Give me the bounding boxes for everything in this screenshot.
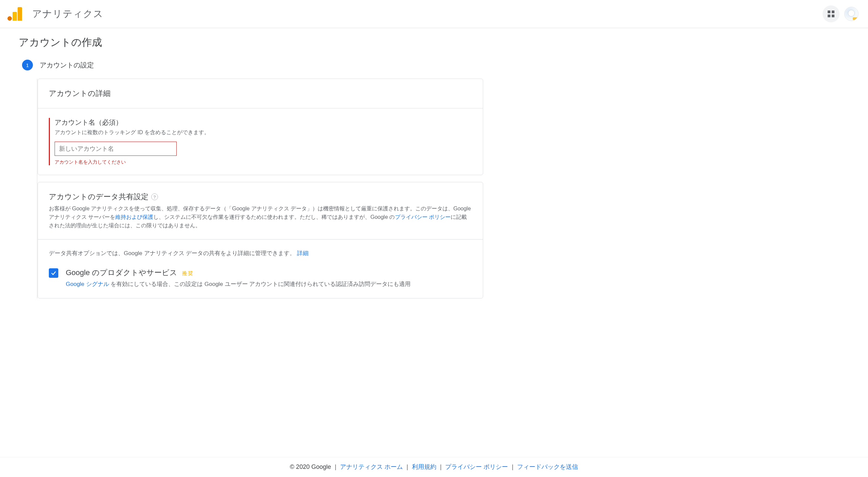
data-sharing-description: お客様が Google アナリティクスを使って収集、処理、保存するデータ（「Go… xyxy=(49,205,472,230)
step-number-badge: 1 xyxy=(22,60,33,70)
apps-menu-button[interactable] xyxy=(823,5,840,22)
google-products-title: Google のプロダクトやサービス xyxy=(66,268,177,278)
google-products-checkbox[interactable] xyxy=(49,268,58,278)
app-header: アナリティクス xyxy=(0,0,868,28)
account-name-hint: アカウントに複数のトラッキング ID を含めることができます。 xyxy=(55,129,472,136)
account-name-label: アカウント名（必須） xyxy=(55,118,472,127)
ds-option-intro-text: データ共有オプションでは、Google アナリティクス データの共有をより詳細に… xyxy=(49,250,295,256)
account-details-card: アカウントの詳細 アカウント名（必須） アカウントに複数のトラッキング ID を… xyxy=(38,79,483,175)
maintain-protect-link[interactable]: 維持および保護 xyxy=(115,214,153,220)
account-name-input[interactable] xyxy=(55,142,177,156)
account-name-error: アカウント名を入力してください xyxy=(55,159,472,165)
data-sharing-option-intro: データ共有オプションでは、Google アナリティクス データの共有をより詳細に… xyxy=(49,249,472,258)
main-content: アカウントの作成 1 アカウントの設定 アカウントの詳細 アカウント名（必須） … xyxy=(0,28,502,298)
user-avatar[interactable] xyxy=(844,7,859,21)
check-icon xyxy=(51,270,57,276)
logo-wrap: アナリティクス xyxy=(7,7,103,21)
step-header: 1 アカウントの設定 xyxy=(22,60,483,70)
details-link[interactable]: 詳細 xyxy=(297,250,309,256)
data-sharing-card: アカウントのデータ共有設定 ? お客様が Google アナリティクスを使って収… xyxy=(38,182,483,298)
google-signals-link[interactable]: Google シグナル xyxy=(66,281,109,287)
step-body: アカウントの詳細 アカウント名（必須） アカウントに複数のトラッキング ID を… xyxy=(37,79,483,298)
data-sharing-title: アカウントのデータ共有設定 xyxy=(49,192,149,202)
privacy-policy-link[interactable]: プライバシー ポリシー xyxy=(395,214,451,220)
ds-desc-text-2: し、システムに不可欠な作業を遂行するために使われます。ただし、稀ではありますが、… xyxy=(153,214,395,220)
step-label: アカウントの設定 xyxy=(40,61,94,70)
apps-grid-icon xyxy=(828,11,834,17)
google-products-desc-text: を有効にしている場合、この設定は Google ユーザー アカウントに関連付けら… xyxy=(109,281,411,287)
google-products-description: Google シグナル を有効にしている場合、この設定は Google ユーザー… xyxy=(66,280,472,289)
recommended-badge: 推奨 xyxy=(182,270,194,277)
page-title: アカウントの作成 xyxy=(19,36,483,49)
help-icon[interactable]: ? xyxy=(151,193,158,200)
account-details-title: アカウントの詳細 xyxy=(49,88,472,99)
account-name-field-block: アカウント名（必須） アカウントに複数のトラッキング ID を含めることができま… xyxy=(49,118,472,165)
google-products-option: Google のプロダクトやサービス 推奨 Google シグナル を有効にして… xyxy=(49,268,472,289)
brand-title: アナリティクス xyxy=(32,7,103,20)
analytics-logo-icon xyxy=(7,7,22,21)
